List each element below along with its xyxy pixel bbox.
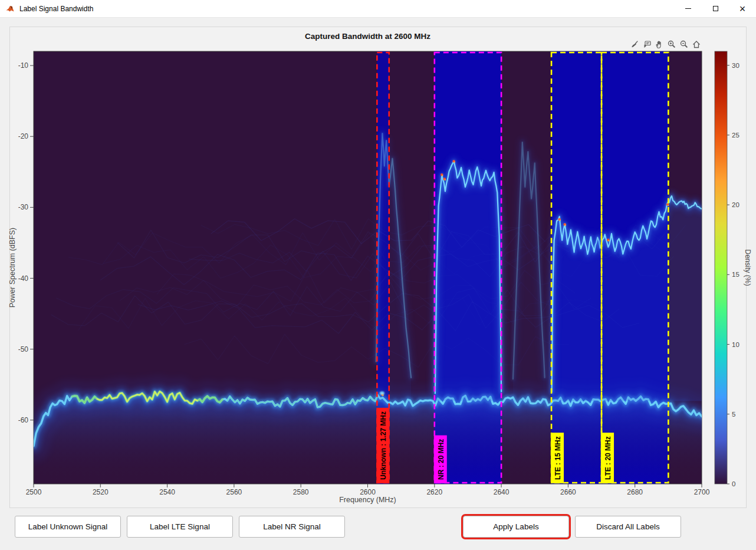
home-icon[interactable] bbox=[691, 38, 702, 50]
label-unknown-signal-button[interactable]: Label Unknown Signal bbox=[15, 516, 121, 538]
window-title: Label Signal Bandwidth bbox=[19, 5, 93, 13]
maximize-icon bbox=[713, 6, 718, 11]
brush-icon[interactable] bbox=[629, 38, 640, 50]
apply-labels-button[interactable]: Apply Labels bbox=[463, 516, 569, 538]
maximize-button[interactable] bbox=[702, 0, 729, 17]
label-lte-signal-button[interactable]: Label LTE Signal bbox=[127, 516, 233, 538]
minimize-button[interactable] bbox=[675, 0, 702, 17]
close-button[interactable]: × bbox=[729, 0, 756, 17]
label-nr-signal-button[interactable]: Label NR Signal bbox=[239, 516, 345, 538]
axes-toolbar bbox=[629, 38, 702, 50]
minimize-icon bbox=[685, 8, 691, 9]
discard-all-labels-button[interactable]: Discard All Labels bbox=[575, 516, 681, 538]
close-icon: × bbox=[739, 4, 746, 14]
window-controls: × bbox=[675, 0, 756, 17]
datatip-icon[interactable] bbox=[641, 38, 653, 50]
window-titlebar: Label Signal Bandwidth × bbox=[0, 0, 756, 18]
pan-icon[interactable] bbox=[653, 38, 665, 50]
zoom-out-icon[interactable] bbox=[678, 38, 690, 50]
zoom-in-icon[interactable] bbox=[666, 38, 678, 50]
figure-panel bbox=[9, 27, 747, 508]
matlab-icon bbox=[5, 4, 15, 14]
